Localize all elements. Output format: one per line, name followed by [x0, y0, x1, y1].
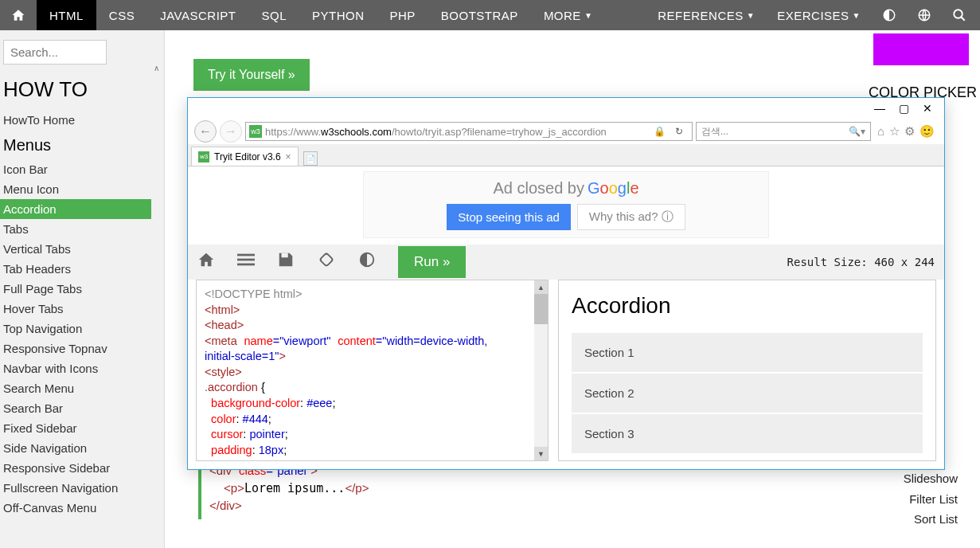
- code-scrollbar[interactable]: ▲ ▼: [534, 280, 548, 460]
- editor-panes: <!DOCTYPE html> <html> <head> <meta name…: [188, 280, 944, 469]
- search-placeholder: 검색...: [701, 125, 728, 139]
- nav-css[interactable]: CSS: [96, 0, 147, 30]
- popup-browser-window: — ▢ ✕ ← → w3 https://www.w3schools.com/h…: [187, 97, 945, 470]
- nav-references-label: REFERENCES: [658, 9, 744, 22]
- svg-rect-5: [237, 264, 255, 266]
- url-field[interactable]: w3 https://www.w3schools.com/howto/tryit…: [245, 122, 693, 141]
- tab-title: Tryit Editor v3.6: [214, 151, 281, 162]
- nav-references[interactable]: REFERENCES▼: [646, 9, 766, 22]
- sidebar-item-fixed-sidebar[interactable]: Fixed Sidebar: [0, 418, 164, 438]
- code-editor[interactable]: <!DOCTYPE html> <html> <head> <meta name…: [196, 280, 549, 461]
- forward-button[interactable]: →: [220, 120, 242, 143]
- sidebar-item-responsive-sidebar[interactable]: Responsive Sidebar: [0, 458, 164, 478]
- back-button[interactable]: ←: [194, 120, 217, 143]
- settings-icon[interactable]: ⚙: [904, 124, 915, 139]
- tab-close-icon[interactable]: ×: [286, 151, 291, 162]
- sidebar-item-menu-icon[interactable]: Menu Icon: [0, 179, 164, 199]
- howto-links: Slideshow Filter List Sort List: [904, 468, 958, 530]
- top-navigation: HTML CSS JAVASCRIPT SQL PYTHON PHP BOOTS…: [0, 0, 980, 30]
- menu-icon[interactable]: [237, 251, 255, 273]
- home-icon[interactable]: [0, 0, 37, 30]
- sidebar-item-top-navigation[interactable]: Top Navigation: [0, 319, 164, 339]
- window-maximize-button[interactable]: ▢: [892, 102, 916, 115]
- window-minimize-button[interactable]: —: [868, 102, 892, 115]
- svg-rect-7: [320, 253, 334, 267]
- nav-more-label: MORE: [544, 9, 581, 22]
- home-icon[interactable]: ⌂: [877, 124, 884, 139]
- run-button[interactable]: Run »: [398, 246, 466, 278]
- accordion-section-2[interactable]: Section 2: [572, 374, 923, 413]
- result-size-label: Result Size: 460 x 244: [787, 256, 935, 268]
- search-dropdown-icon: 🔍▾: [849, 126, 865, 137]
- stop-seeing-ad-button[interactable]: Stop seeing this ad: [447, 204, 571, 230]
- scroll-down-icon[interactable]: ▼: [534, 447, 548, 460]
- sidebar-item-navbar-with-icons[interactable]: Navbar with Icons: [0, 358, 164, 378]
- browser-tabstrip: w3 Tryit Editor v3.6 × 📄: [188, 144, 944, 166]
- lock-icon: 🔒: [650, 126, 670, 137]
- scroll-thumb[interactable]: [534, 294, 548, 324]
- accordion-section-3[interactable]: Section 3: [572, 414, 923, 453]
- link-sort-list[interactable]: Sort List: [904, 509, 958, 530]
- nav-sql[interactable]: SQL: [248, 0, 299, 30]
- scroll-up-icon[interactable]: ▲: [534, 280, 548, 294]
- ad-banner[interactable]: [873, 33, 969, 65]
- nav-php[interactable]: PHP: [377, 0, 428, 30]
- link-slideshow[interactable]: Slideshow: [904, 468, 958, 489]
- refresh-icon[interactable]: ↻: [670, 126, 689, 137]
- window-titlebar: — ▢ ✕: [188, 98, 944, 119]
- browser-search-input[interactable]: 검색... 🔍▾: [696, 122, 871, 141]
- sidebar-item-icon-bar[interactable]: Icon Bar: [0, 159, 164, 179]
- sidebar-item-vertical-tabs[interactable]: Vertical Tabs: [0, 239, 164, 259]
- sidebar-item-tabs[interactable]: Tabs: [0, 219, 164, 239]
- url-domain: w3schools.com: [321, 126, 392, 138]
- sidebar-item-tab-headers[interactable]: Tab Headers: [0, 259, 164, 279]
- scroll-up-icon: ∧: [154, 64, 159, 72]
- caret-down-icon: ▼: [853, 11, 861, 20]
- search-icon[interactable]: [942, 0, 977, 30]
- new-tab-button[interactable]: 📄: [303, 151, 318, 166]
- nav-right: REFERENCES▼ EXERCISES▼: [646, 0, 980, 30]
- nav-more[interactable]: MORE▼: [531, 0, 605, 30]
- nav-bootstrap[interactable]: BOOTSTRAP: [428, 0, 531, 30]
- window-close-button[interactable]: ✕: [916, 102, 939, 115]
- sidebar-item-search-menu[interactable]: Search Menu: [0, 378, 164, 398]
- save-icon[interactable]: [277, 251, 295, 273]
- rotate-icon[interactable]: [317, 250, 336, 274]
- why-ad-label: Why this ad?: [589, 209, 658, 223]
- sidebar-howto-home[interactable]: HowTo Home: [0, 110, 164, 130]
- sidebar-heading: HOW TO: [0, 71, 164, 110]
- sidebar-item-hover-tabs[interactable]: Hover Tabs: [0, 299, 164, 319]
- sidebar-item-side-navigation[interactable]: Side Navigation: [0, 438, 164, 458]
- smiley-icon[interactable]: 🙂: [919, 124, 935, 139]
- caret-down-icon: ▼: [584, 11, 592, 20]
- sidebar-search-input[interactable]: [3, 40, 107, 65]
- svg-rect-6: [282, 253, 288, 258]
- sidebar-scrollbar[interactable]: ∧: [151, 59, 164, 548]
- url-path: /howto/tryit.asp?filename=tryhow_js_acco…: [392, 126, 607, 138]
- nav-html[interactable]: HTML: [37, 0, 96, 30]
- sidebar-item-search-bar[interactable]: Search Bar: [0, 398, 164, 418]
- nav-python[interactable]: PYTHON: [299, 0, 377, 30]
- caret-down-icon: ▼: [747, 11, 755, 20]
- sidebar-item-off-canvas-menu[interactable]: Off-Canvas Menu: [0, 498, 164, 518]
- try-it-yourself-button[interactable]: Try it Yourself »: [193, 59, 310, 91]
- browser-tab[interactable]: w3 Tryit Editor v3.6 ×: [191, 147, 299, 166]
- link-filter-list[interactable]: Filter List: [904, 489, 958, 510]
- nav-javascript[interactable]: JAVASCRIPT: [147, 0, 248, 30]
- sidebar-item-full-page-tabs[interactable]: Full Page Tabs: [0, 279, 164, 299]
- nav-exercises[interactable]: EXERCISES▼: [766, 9, 872, 22]
- ad-buttons: Stop seeing this ad Why this ad? ⓘ: [447, 204, 685, 230]
- why-this-ad-button[interactable]: Why this ad? ⓘ: [577, 204, 685, 230]
- sidebar-item-accordion[interactable]: Accordion: [0, 199, 164, 219]
- home-icon[interactable]: [197, 251, 215, 273]
- theme-toggle-icon[interactable]: [872, 0, 907, 30]
- editor-body: Ad closed by Google Stop seeing this ad …: [188, 166, 944, 469]
- globe-icon[interactable]: [907, 0, 942, 30]
- sidebar-item-fullscreen-navigation[interactable]: Fullscreen Navigation: [0, 478, 164, 498]
- preview-title: Accordion: [572, 293, 923, 319]
- accordion-section-1[interactable]: Section 1: [572, 333, 923, 372]
- favorites-icon[interactable]: ☆: [889, 124, 900, 139]
- theme-icon[interactable]: [358, 251, 376, 273]
- sidebar-item-responsive-topnav[interactable]: Responsive Topnav: [0, 339, 164, 358]
- nav-left: HTML CSS JAVASCRIPT SQL PYTHON PHP BOOTS…: [0, 0, 646, 30]
